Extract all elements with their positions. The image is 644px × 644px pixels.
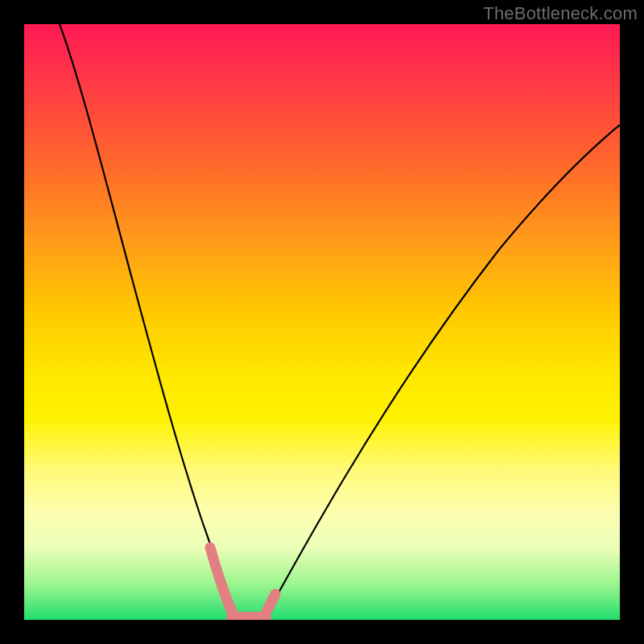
valley-highlight-right (262, 594, 275, 620)
chart-frame: TheBottleneck.com (0, 0, 644, 644)
right-curve (262, 125, 620, 620)
curves-layer (24, 24, 620, 620)
left-curve (60, 24, 236, 620)
watermark-text: TheBottleneck.com (483, 3, 638, 24)
plot-area (24, 24, 620, 620)
valley-highlight-left (210, 547, 236, 620)
